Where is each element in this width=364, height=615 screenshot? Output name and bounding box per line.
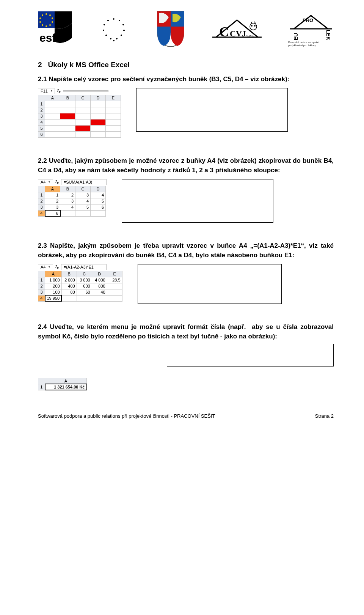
excel-2-1: F11 fx AB CD E 1 2 3 4 5 6 (38, 88, 121, 138)
svg-point-30 (250, 23, 257, 30)
coat-of-arms-logo (155, 9, 186, 47)
svg-text:CVJ: CVJ (230, 29, 246, 38)
svg-point-5 (49, 24, 51, 26)
svg-point-6 (46, 25, 47, 27)
eu-caption: Evropská unie a evropské projektování pr… (288, 41, 319, 47)
footer-right: Strana 2 (315, 413, 334, 419)
svg-point-19 (106, 35, 107, 36)
svg-point-18 (110, 38, 111, 39)
svg-text:PRO: PRO (303, 17, 313, 23)
answer-box-2-3[interactable] (138, 264, 282, 304)
excel-2-3: A4 fx =(A1-A2-A3)*E1 A BC DE 1 1 0002 00… (38, 264, 122, 302)
excel-2-4: A 1 1 321 654,00 Kč (38, 378, 334, 391)
svg-point-12 (113, 19, 115, 20)
footer-left: Softwarová podpora a public relations př… (38, 413, 215, 419)
task-2-3-text: 2.3 Napište, jakým způsobem je třeba upr… (38, 241, 334, 260)
svg-point-14 (123, 24, 124, 25)
svg-point-2 (49, 14, 51, 16)
answer-box-2-1[interactable] (136, 88, 288, 132)
svg-point-8 (39, 21, 41, 23)
section-heading: 2 Úkoly k MS Office Excel (38, 61, 334, 69)
svg-point-9 (39, 17, 41, 19)
svg-point-13 (119, 20, 120, 21)
answer-box-2-2[interactable] (122, 179, 273, 223)
logo-row: esf (38, 8, 334, 49)
svg-point-22 (108, 20, 109, 21)
task-2-1-text: 2.1 Napište celý vzorec pro sečtení vyzn… (38, 74, 334, 84)
svg-point-4 (52, 21, 53, 23)
svg-text:C: C (219, 24, 229, 39)
task-2-4-text: 2.4 Uveďte, ve kterém menu je možné upra… (38, 322, 334, 341)
svg-point-3 (52, 17, 53, 19)
svg-point-23 (113, 40, 115, 41)
ccvj-logo: C CVJ o.p.s. (209, 14, 265, 43)
svg-point-17 (116, 38, 118, 39)
svg-point-7 (42, 24, 43, 26)
excel-2-2: A4 fx =SUMA(A1:A3) A B C D 1 12 34 2 (38, 179, 107, 217)
svg-point-1 (46, 13, 47, 15)
svg-point-16 (121, 35, 122, 36)
svg-point-20 (103, 30, 104, 31)
svg-text:o.p.s.: o.p.s. (246, 34, 254, 37)
svg-point-15 (124, 30, 125, 31)
svg-text:esf: esf (39, 31, 56, 44)
eu-stars-logo (95, 13, 133, 44)
svg-point-10 (42, 14, 43, 16)
esf-logo: esf (38, 11, 72, 46)
task-2-2-text: 2.2 Uveďte, jakým způsobem je možné vzor… (38, 156, 334, 175)
svg-point-31 (251, 25, 253, 27)
svg-point-21 (104, 24, 105, 25)
page-footer: Softwarová podpora a public relations př… (0, 413, 364, 419)
eu-pro-lek-logo: PRO EU LEK Evropská unie a evropské proj… (288, 10, 334, 47)
svg-point-32 (254, 25, 256, 27)
answer-box-2-4[interactable] (167, 344, 334, 366)
